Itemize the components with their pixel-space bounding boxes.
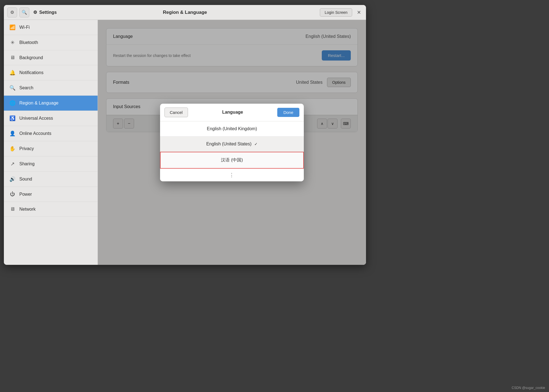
sidebar-item-privacy[interactable]: ✋ Privacy xyxy=(4,141,98,156)
checkmark-icon: ✓ xyxy=(254,142,258,146)
sidebar-label-notifications: Notifications xyxy=(19,70,43,75)
dialog-cancel-button[interactable]: Cancel xyxy=(164,108,188,117)
dialog-list: English (United Kingdom) English (United… xyxy=(160,121,304,181)
dialog-done-button[interactable]: Done xyxy=(277,108,299,117)
tools-button[interactable]: ⚙ xyxy=(7,7,17,17)
search-button[interactable]: 🔍 xyxy=(19,7,29,17)
sidebar-label-background: Background xyxy=(19,55,43,60)
sidebar-item-power[interactable]: ⏻ Power xyxy=(4,187,98,202)
sidebar-item-background[interactable]: 🖥 Background xyxy=(4,50,98,65)
sidebar-label-sharing: Sharing xyxy=(19,161,35,166)
dialog-title: Language xyxy=(188,110,277,115)
sidebar-label-region: Region & Language xyxy=(19,101,58,106)
sidebar: 📶 Wi-Fi ✳ Bluetooth 🖥 Background 🔔 Notif… xyxy=(4,20,98,265)
titlebar-right: Login Screen ✕ xyxy=(272,8,366,17)
sidebar-label-power: Power xyxy=(19,192,32,197)
main-panel: Language English (United States) Restart… xyxy=(98,20,366,265)
online-accounts-icon: 👤 xyxy=(9,130,15,137)
titlebar: ⚙ 🔍 ⚙ Settings Region & Language Login S… xyxy=(4,5,366,20)
sidebar-label-search: Search xyxy=(19,85,33,90)
sound-icon: 🔊 xyxy=(9,176,15,182)
sidebar-label-sound: Sound xyxy=(19,177,32,182)
privacy-icon: ✋ xyxy=(9,146,15,152)
app-name: Settings xyxy=(39,10,57,15)
sidebar-item-network[interactable]: 🖥 Network xyxy=(4,202,98,217)
bluetooth-icon: ✳ xyxy=(9,40,15,46)
sidebar-item-sound[interactable]: 🔊 Sound xyxy=(4,172,98,187)
language-dialog: Cancel Language Done English (United Kin… xyxy=(160,104,304,181)
language-option-en-us[interactable]: English (United States) ✓ xyxy=(160,137,304,152)
sidebar-label-online: Online Accounts xyxy=(19,131,51,136)
dialog-header: Cancel Language Done xyxy=(160,104,304,121)
notifications-icon: 🔔 xyxy=(9,70,15,76)
sidebar-item-notifications[interactable]: 🔔 Notifications xyxy=(4,65,98,80)
dialog-overlay: Cancel Language Done English (United Kin… xyxy=(98,20,366,265)
sidebar-label-bluetooth: Bluetooth xyxy=(19,40,38,45)
network-icon: 🖥 xyxy=(9,206,15,212)
dialog-more-indicator: ⋮ xyxy=(160,169,304,181)
app-title: ⚙ xyxy=(33,10,37,15)
settings-window: ⚙ 🔍 ⚙ Settings Region & Language Login S… xyxy=(4,5,366,265)
watermark: CSDN @sugar_cookie xyxy=(512,386,545,390)
content-area: 📶 Wi-Fi ✳ Bluetooth 🖥 Background 🔔 Notif… xyxy=(4,20,366,265)
close-button[interactable]: ✕ xyxy=(355,9,363,16)
search-sidebar-icon: 🔍 xyxy=(9,85,15,91)
sidebar-label-universal: Universal Access xyxy=(19,116,53,121)
sidebar-label-wifi: Wi-Fi xyxy=(19,25,30,30)
sidebar-item-search[interactable]: 🔍 Search xyxy=(4,80,98,96)
language-option-en-gb[interactable]: English (United Kingdom) xyxy=(160,121,304,137)
language-option-en-us-label: English (United States) xyxy=(206,142,252,147)
region-icon: 🌐 xyxy=(9,100,15,106)
search-icon: 🔍 xyxy=(22,10,27,15)
background-icon: 🖥 xyxy=(9,55,15,61)
window-title: Region & Language xyxy=(98,10,272,15)
sidebar-item-wifi[interactable]: 📶 Wi-Fi xyxy=(4,20,98,35)
language-option-zh-cn[interactable]: 汉语 (中国) xyxy=(160,152,304,169)
titlebar-left: ⚙ 🔍 ⚙ Settings xyxy=(4,7,98,17)
sidebar-label-privacy: Privacy xyxy=(19,146,34,151)
login-screen-button[interactable]: Login Screen xyxy=(320,8,352,17)
language-option-en-gb-label: English (United Kingdom) xyxy=(207,126,257,131)
wifi-icon: 📶 xyxy=(9,24,15,30)
tools-icon: ⚙ xyxy=(10,10,14,15)
sidebar-item-online-accounts[interactable]: 👤 Online Accounts xyxy=(4,126,98,141)
universal-access-icon: ♿ xyxy=(9,115,15,121)
sidebar-item-bluetooth[interactable]: ✳ Bluetooth xyxy=(4,35,98,50)
power-icon: ⏻ xyxy=(9,191,15,197)
sidebar-item-sharing[interactable]: ↗ Sharing xyxy=(4,156,98,172)
more-icon: ⋮ xyxy=(229,172,235,178)
sidebar-item-region-language[interactable]: 🌐 Region & Language xyxy=(4,96,98,111)
sharing-icon: ↗ xyxy=(9,161,15,167)
sidebar-item-universal-access[interactable]: ♿ Universal Access xyxy=(4,111,98,126)
sidebar-label-network: Network xyxy=(19,207,36,212)
language-option-zh-cn-label: 汉语 (中国) xyxy=(221,157,243,163)
